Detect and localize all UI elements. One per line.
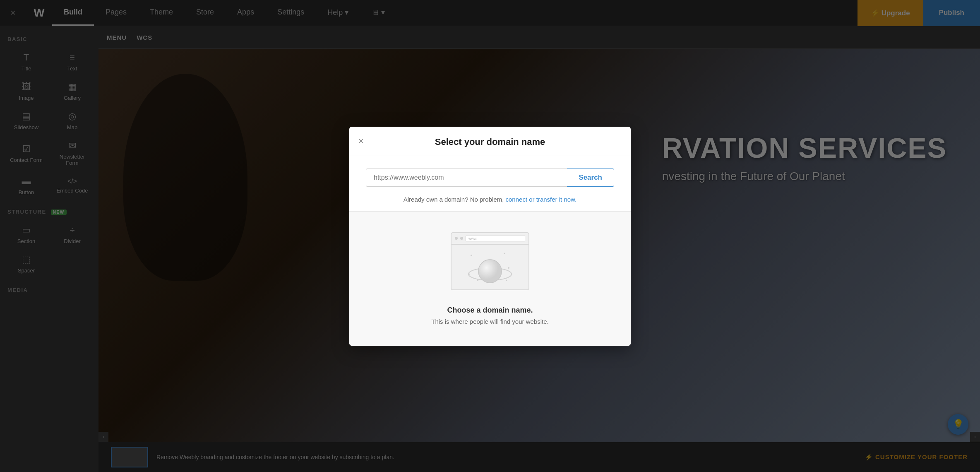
browser-url-bar: www. [466,236,525,241]
domain-search-row: Search [366,169,614,187]
modal-overlay: × Select your domain name Search Already… [0,0,980,472]
svg-point-1 [504,253,505,254]
svg-point-8 [478,260,502,283]
modal-lower-title: Choose a domain name. [366,306,614,315]
svg-point-0 [471,255,472,256]
modal-title: Select your domain name [435,137,545,147]
browser-bar: www. [452,233,528,245]
modal-body: Search Already own a domain? No problem,… [349,156,631,212]
modal-close-button[interactable]: × [358,137,364,146]
browser-dot-1 [455,237,458,240]
modal-lower: www. [349,212,631,346]
domain-search-button[interactable]: Search [567,169,614,187]
domain-search-input[interactable] [366,169,567,187]
svg-point-5 [506,279,507,281]
browser-content [452,245,528,290]
modal-header: × Select your domain name [349,127,631,156]
already-own-domain-text: Already own a domain? No problem, connec… [366,196,614,203]
domain-modal: × Select your domain name Search Already… [349,127,631,346]
browser-frame: www. [451,232,529,290]
modal-lower-sub: This is where people will find your webs… [366,318,614,325]
svg-point-4 [477,279,478,281]
connect-transfer-link[interactable]: connect or transfer it now. [506,196,577,203]
browser-dot-2 [460,237,463,240]
planet-svg [465,247,515,289]
domain-illustration: www. [449,228,531,294]
svg-point-2 [508,267,509,269]
